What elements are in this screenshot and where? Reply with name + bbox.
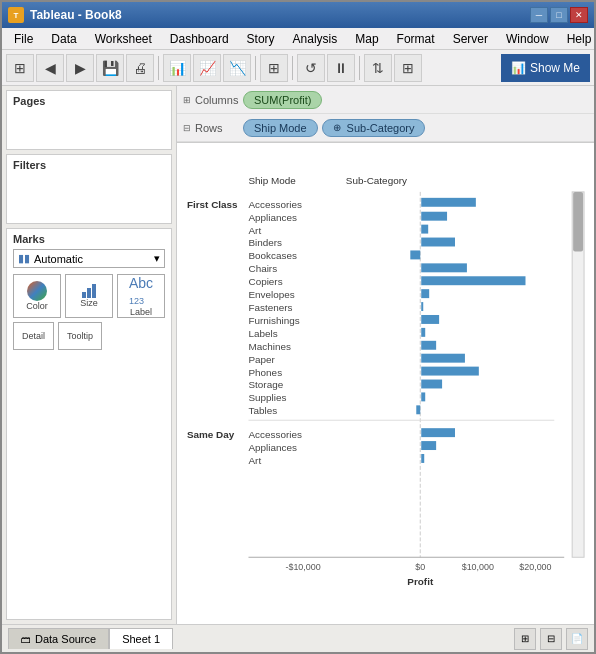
- svg-text:Art: Art: [248, 225, 261, 236]
- viz-area: Ship Mode Sub-Category First Class Acces…: [177, 143, 594, 624]
- marks-title: Marks: [13, 233, 165, 245]
- columns-label: ⊞ Columns: [183, 94, 243, 106]
- menu-map[interactable]: Map: [347, 30, 386, 48]
- svg-text:First Class: First Class: [187, 199, 238, 210]
- toolbar-sep2: [255, 56, 256, 80]
- menu-worksheet[interactable]: Worksheet: [87, 30, 160, 48]
- window-title: Tableau - Book8: [30, 8, 122, 22]
- data-source-tab[interactable]: 🗃 Data Source: [8, 628, 109, 649]
- rows-label: ⊟ Rows: [183, 122, 243, 134]
- new-dashboard-icon[interactable]: ⊟: [540, 628, 562, 650]
- toolbar: ⊞ ◀ ▶ 💾 🖨 📊 📈 📉 ⊞ ↺ ⏸ ⇅ ⊞ 📊 Show Me: [2, 50, 594, 86]
- svg-rect-36: [421, 392, 425, 401]
- svg-text:Binders: Binders: [248, 237, 282, 248]
- toolbar-group-btn[interactable]: ⊞: [394, 54, 422, 82]
- tooltip-button[interactable]: Tooltip: [58, 322, 102, 350]
- shelves: ⊞ Columns SUM(Profit) ⊟ Rows Ship Mode: [177, 86, 594, 143]
- svg-text:Same Day: Same Day: [187, 429, 235, 440]
- menu-story[interactable]: Story: [239, 30, 283, 48]
- menu-analysis[interactable]: Analysis: [285, 30, 346, 48]
- svg-rect-8: [421, 212, 447, 221]
- filters-panel: Filters: [6, 154, 172, 224]
- svg-text:Tables: Tables: [248, 405, 277, 416]
- svg-text:Appliances: Appliances: [248, 212, 297, 223]
- status-bar-icons: ⊞ ⊟ 📄: [514, 628, 588, 650]
- toolbar-refresh-btn[interactable]: ↺: [297, 54, 325, 82]
- svg-rect-42: [421, 428, 455, 437]
- menu-file[interactable]: File: [6, 30, 41, 48]
- menu-bar: File Data Worksheet Dashboard Story Anal…: [2, 28, 594, 50]
- svg-rect-12: [421, 238, 455, 247]
- chart-container: Ship Mode Sub-Category First Class Acces…: [177, 143, 594, 624]
- right-panel: ⊞ Columns SUM(Profit) ⊟ Rows Ship Mode: [177, 86, 594, 624]
- label-button[interactable]: Abc123 Label: [117, 274, 165, 318]
- svg-rect-16: [421, 263, 467, 272]
- svg-text:Bookcases: Bookcases: [248, 250, 297, 261]
- close-button[interactable]: ✕: [570, 7, 588, 23]
- svg-text:Envelopes: Envelopes: [248, 289, 294, 300]
- svg-rect-28: [421, 341, 436, 350]
- rows-shelf: ⊟ Rows Ship Mode ⊕ Sub-Category: [177, 114, 594, 142]
- toolbar-chart2-btn[interactable]: 📈: [193, 54, 221, 82]
- show-me-button[interactable]: 📊 Show Me: [501, 54, 590, 82]
- color-button[interactable]: Color: [13, 274, 61, 318]
- toolbar-pause-btn[interactable]: ⏸: [327, 54, 355, 82]
- toolbar-back-btn[interactable]: ◀: [36, 54, 64, 82]
- svg-text:Supplies: Supplies: [248, 392, 286, 403]
- label-icon: Abc123: [129, 275, 153, 307]
- toolbar-sep1: [158, 56, 159, 80]
- pill-expand-icon: ⊕: [333, 122, 341, 133]
- toolbar-sort-btn[interactable]: ⇅: [364, 54, 392, 82]
- columns-shelf: ⊞ Columns SUM(Profit): [177, 86, 594, 114]
- minimize-button[interactable]: ─: [530, 7, 548, 23]
- toolbar-forward-btn[interactable]: ▶: [66, 54, 94, 82]
- svg-text:Fasteners: Fasteners: [248, 302, 292, 313]
- columns-pill[interactable]: SUM(Profit): [243, 91, 322, 109]
- marks-type-dropdown[interactable]: ▮▮ Automatic ▾: [13, 249, 165, 268]
- rows-pill-shipmode[interactable]: Ship Mode: [243, 119, 318, 137]
- size-button[interactable]: Size: [65, 274, 113, 318]
- menu-window[interactable]: Window: [498, 30, 557, 48]
- toolbar-sep3: [292, 56, 293, 80]
- svg-text:Furnishings: Furnishings: [248, 315, 299, 326]
- svg-text:Machines: Machines: [248, 341, 290, 352]
- svg-rect-18: [421, 276, 525, 285]
- svg-rect-24: [421, 315, 439, 324]
- new-sheet-icon[interactable]: ⊞: [514, 628, 536, 650]
- svg-text:Phones: Phones: [248, 367, 282, 378]
- menu-help[interactable]: Help: [559, 30, 596, 48]
- menu-format[interactable]: Format: [389, 30, 443, 48]
- svg-rect-32: [421, 367, 479, 376]
- chart-svg: Ship Mode Sub-Category First Class Acces…: [177, 143, 594, 624]
- menu-server[interactable]: Server: [445, 30, 496, 48]
- svg-text:Ship Mode: Ship Mode: [248, 175, 296, 186]
- size-icon: [82, 284, 96, 298]
- menu-dashboard[interactable]: Dashboard: [162, 30, 237, 48]
- maximize-button[interactable]: □: [550, 7, 568, 23]
- pages-title: Pages: [13, 95, 165, 107]
- toolbar-new-btn[interactable]: ⊞: [6, 54, 34, 82]
- rows-shelf-icon: ⊟: [183, 123, 191, 133]
- columns-shelf-icon: ⊞: [183, 95, 191, 105]
- svg-rect-26: [421, 328, 425, 337]
- toolbar-save-btn[interactable]: 💾: [96, 54, 124, 82]
- svg-rect-44: [421, 441, 436, 450]
- main-window: T Tableau - Book8 ─ □ ✕ File Data Worksh…: [0, 0, 596, 654]
- toolbar-filter-btn[interactable]: ⊞: [260, 54, 288, 82]
- svg-rect-38: [416, 405, 420, 414]
- sheet1-tab[interactable]: Sheet 1: [109, 628, 173, 649]
- svg-rect-10: [421, 225, 428, 234]
- menu-data[interactable]: Data: [43, 30, 84, 48]
- svg-text:Art: Art: [248, 455, 261, 466]
- svg-text:Accessories: Accessories: [248, 199, 301, 210]
- toolbar-chart1-btn[interactable]: 📊: [163, 54, 191, 82]
- svg-text:Appliances: Appliances: [248, 442, 297, 453]
- window-controls: ─ □ ✕: [530, 7, 588, 23]
- toolbar-print-btn[interactable]: 🖨: [126, 54, 154, 82]
- new-story-icon[interactable]: 📄: [566, 628, 588, 650]
- marks-bar-icon: ▮▮: [18, 252, 30, 265]
- svg-rect-20: [421, 289, 429, 298]
- toolbar-chart3-btn[interactable]: 📉: [223, 54, 251, 82]
- detail-button[interactable]: Detail: [13, 322, 54, 350]
- rows-pill-subcategory[interactable]: ⊕ Sub-Category: [322, 119, 426, 137]
